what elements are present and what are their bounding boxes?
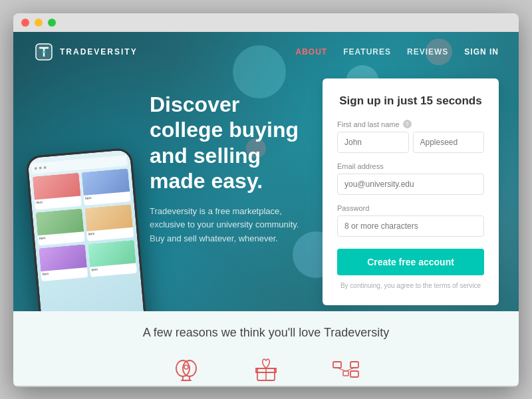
name-field-group: First and last name ? [337,120,484,153]
hero-subtitle: Tradeversity is a free marketplace, excl… [150,205,303,246]
email-field-group: Email address [337,162,484,195]
logo-icon [33,41,55,63]
network-svg [329,356,362,383]
reason-3-icon [326,353,366,386]
nav-signin[interactable]: SIGN IN [464,47,499,57]
signup-card: Sign up in just 15 seconds First and las… [323,78,499,305]
reasons-title: A few reasons we think you'll love Trade… [143,326,390,340]
name-help-icon[interactable]: ? [403,120,412,128]
titlebar [13,13,519,32]
password-input[interactable] [337,215,484,237]
svg-rect-7 [350,362,358,368]
below-fold-section: A few reasons we think you'll love Trade… [13,311,519,386]
phone-card-4: Item [84,204,134,241]
phone-card-2: Item [81,168,130,205]
last-name-input[interactable] [413,132,485,153]
password-field-group: Password [337,204,484,237]
logo-text: TRADEVERSITY [60,47,138,57]
phone-card-6: Item [88,240,137,277]
phone-mockup: Item Item Item [33,152,140,311]
reasons-icons [166,353,366,386]
gift-svg [249,356,283,383]
email-label-text: Email address [337,162,384,170]
email-label: Email address [337,162,484,170]
hero-left: Item Item Item [33,78,303,246]
phone-card-5: Item [39,244,88,281]
phone-screen: Item Item Item [27,150,145,311]
first-name-input[interactable] [337,132,409,153]
name-label: First and last name ? [337,120,484,128]
phone-card-3: Item [35,208,84,245]
phone-card-1: Item [33,173,82,210]
svg-rect-8 [350,371,358,377]
brain-svg [170,356,203,383]
phone-body: Item Item Item [25,148,148,311]
terms-text: By continuing, you agree to the terms of… [337,282,484,289]
phone-row-3: Item Item [39,240,137,281]
name-label-text: First and last name [337,120,400,128]
phone-row-1: Item Item [33,168,131,209]
svg-rect-6 [343,371,348,376]
hero-content: Item Item Item [13,72,519,305]
nav-reviews[interactable]: REVIEWS [407,47,448,57]
maximize-button[interactable] [48,19,56,27]
hero-title: Discover college buying and selling made… [150,92,303,194]
close-button[interactable] [21,19,29,27]
reason-2-icon [246,353,286,386]
terms-label: By continuing, you agree to the terms of… [340,282,481,289]
nav-features[interactable]: FEATURES [343,47,391,57]
email-input[interactable] [337,174,484,195]
nav-links: ABOUT FEATURES REVIEWS SIGN IN [296,47,499,57]
navigation: TRADEVERSITY ABOUT FEATURES REVIEWS SIGN… [13,32,519,72]
name-inputs [337,132,484,153]
minimize-button[interactable] [35,19,43,27]
password-label: Password [337,204,484,212]
browser-window: TRADEVERSITY ABOUT FEATURES REVIEWS SIGN… [13,13,519,387]
nav-about[interactable]: ABOUT [296,47,328,57]
svg-point-3 [184,365,188,369]
signup-title: Sign up in just 15 seconds [337,94,484,108]
logo[interactable]: TRADEVERSITY [33,41,138,63]
reason-1-icon [166,353,206,386]
create-account-button[interactable]: Create free account [337,249,484,275]
phone-row-2: Item Item [35,204,134,245]
svg-rect-5 [333,362,341,368]
hero-section: TRADEVERSITY ABOUT FEATURES REVIEWS SIGN… [13,32,519,311]
password-label-text: Password [337,204,369,212]
